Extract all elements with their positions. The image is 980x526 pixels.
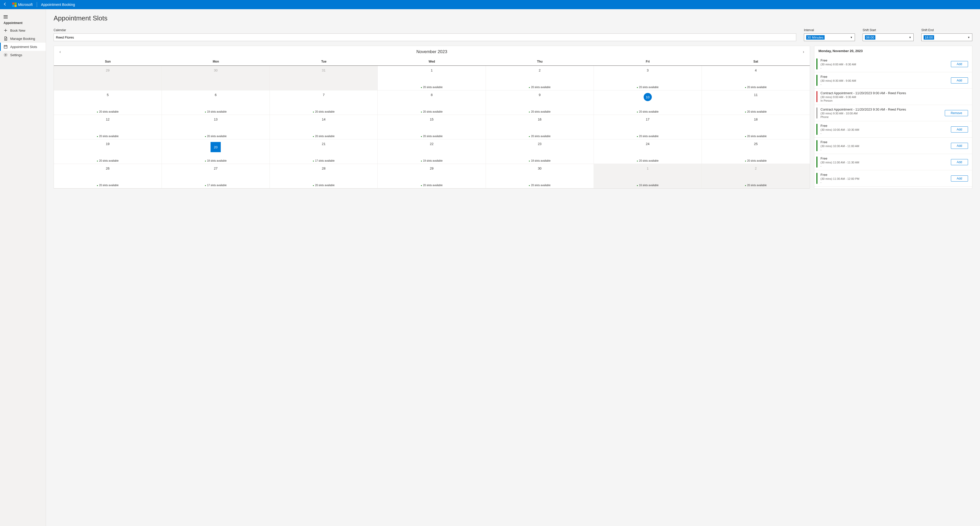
slot-title: Contract Appointment - 11/20/2023 9:30 A… <box>821 107 942 112</box>
calendar-availability: 20 slots available <box>54 159 162 162</box>
calendar-day-cell[interactable]: 2520 slots available <box>702 139 810 164</box>
slot-time: (30 mins) 11:00 AM - 11:30 AM <box>821 161 948 164</box>
calendar-dow-cell: Thu <box>486 58 594 65</box>
calendar-day-number: 19 <box>55 142 161 146</box>
calendar-availability: 20 slots available <box>594 110 702 113</box>
slot-status-bar <box>816 107 818 118</box>
calendar-day-cell[interactable]: 820 slots available <box>378 90 486 115</box>
calendar-day-cell[interactable]: 3020 slots available <box>486 164 594 188</box>
calendar-day-cell[interactable]: 29 <box>54 66 162 90</box>
slot-row: Free(30 mins) 11:00 AM - 11:30 AM-Add <box>815 154 972 170</box>
calendar-day-cell[interactable]: 2920 slots available <box>378 164 486 188</box>
calendar-day-number: 1 <box>595 166 700 170</box>
brand-text: Microsoft <box>18 3 33 6</box>
calendar-day-cell[interactable]: 1320 slots available <box>162 115 270 139</box>
calendar-day-cell[interactable]: 2318 slots available <box>486 139 594 164</box>
calendar-day-number: 27 <box>163 166 269 170</box>
calendar-availability: 20 slots available <box>54 135 162 138</box>
slot-add-button[interactable]: Add <box>951 61 968 67</box>
slot-info: Free(30 mins) 10:30 AM - 11:00 AM- <box>821 140 948 151</box>
slot-add-button[interactable]: Add <box>951 77 968 83</box>
slot-location: Phone <box>821 115 942 118</box>
sidebar-item-settings[interactable]: Settings <box>0 51 46 59</box>
calendar-day-cell[interactable]: 320 slots available <box>594 66 702 90</box>
calendar-day-cell[interactable]: 1120 slots available <box>702 90 810 115</box>
calendar-day-cell[interactable]: 2420 slots available <box>594 139 702 164</box>
calendar-day-cell[interactable]: 220 slots available <box>702 164 810 188</box>
calendar-availability: 20 slots available <box>378 110 485 113</box>
sidebar-item-appointment-slots[interactable]: Appointment Slots <box>0 43 46 51</box>
calendar-availability: 20 slots available <box>486 86 593 89</box>
calendar-day-number: 22 <box>379 142 484 146</box>
slot-remove-button[interactable]: Remove <box>945 110 968 116</box>
calendar-label: Calendar <box>54 28 796 32</box>
calendar-day-cell[interactable]: 1520 slots available <box>378 115 486 139</box>
doc-icon <box>3 37 8 41</box>
slot-time: (30 mins) 9:30 AM - 10:00 AM <box>821 112 942 115</box>
calendar-control: Calendar <box>54 28 796 41</box>
slot-info: Free(30 mins) 11:00 AM - 11:30 AM- <box>821 156 948 167</box>
shift-end-label: Shift End <box>921 28 972 32</box>
calendar-day-cell[interactable]: 2117 slots available <box>270 139 378 164</box>
calendar-panel: ‹ November 2023 › SunMonTueWedThuFriSat … <box>54 46 810 189</box>
calendar-availability: 20 slots available <box>378 135 485 138</box>
slot-add-button[interactable]: Add <box>951 126 968 132</box>
calendar-prev-button[interactable]: ‹ <box>57 48 63 55</box>
calendar-day-cell[interactable]: 1820 slots available <box>702 115 810 139</box>
calendar-availability: 20 slots available <box>162 135 269 138</box>
calendar-day-cell[interactable]: 619 slots available <box>162 90 270 115</box>
calendar-day-cell[interactable]: 1920 slots available <box>54 139 162 164</box>
calendar-day-cell[interactable]: 1620 slots available <box>486 115 594 139</box>
sidebar-item-manage-booking[interactable]: Manage Booking <box>0 35 46 43</box>
calendar-day-number: 2 <box>703 166 809 170</box>
calendar-day-number: 25 <box>703 142 809 146</box>
hamburger-icon <box>3 15 8 16</box>
calendar-availability: 17 slots available <box>162 184 269 186</box>
calendar-day-number: 2 <box>487 69 593 72</box>
calendar-day-number: 5 <box>55 93 161 97</box>
sidebar-item-book-new[interactable]: Book New <box>0 26 46 35</box>
slot-info: Free(30 mins) 8:30 AM - 9:00 AM- <box>821 75 948 86</box>
slot-status-bar <box>816 156 818 167</box>
slot-title: Free <box>821 173 948 177</box>
shift-end-select[interactable]: 18:00 ▼ <box>921 33 972 41</box>
calendar-day-number: 8 <box>379 93 484 97</box>
interval-select[interactable]: 30 Minutes ▼ <box>804 33 855 41</box>
calendar-next-button[interactable]: › <box>801 48 806 55</box>
calendar-day-cell[interactable]: 920 slots available <box>486 90 594 115</box>
calendar-day-cell[interactable]: 30 <box>162 66 270 90</box>
slots-list[interactable]: Free(30 mins) 8:00 AM - 8:30 AM-AddFree(… <box>815 56 972 188</box>
sidebar-item-label: Appointment Slots <box>10 45 37 49</box>
calendar-day-cell[interactable]: 420 slots available <box>702 66 810 90</box>
calendar-day-cell[interactable]: 520 slots available <box>54 90 162 115</box>
calendar-day-number: 6 <box>163 93 269 97</box>
calendar-day-number: 26 <box>55 166 161 170</box>
calendar-day-cell[interactable]: 31 <box>270 66 378 90</box>
calendar-day-cell[interactable]: 720 slots available <box>270 90 378 115</box>
back-button[interactable] <box>2 2 8 7</box>
calendar-day-cell[interactable]: 2820 slots available <box>270 164 378 188</box>
slot-add-button[interactable]: Add <box>951 143 968 149</box>
hamburger-button[interactable] <box>0 11 46 19</box>
calendar-day-cell[interactable]: 2717 slots available <box>162 164 270 188</box>
calendar-day-cell[interactable]: 2620 slots available <box>54 164 162 188</box>
calendar-day-cell[interactable]: 220 slots available <box>486 66 594 90</box>
slot-add-button[interactable]: Add <box>951 175 968 182</box>
calendar-day-cell[interactable]: 1420 slots available <box>270 115 378 139</box>
shift-start-select[interactable]: 08:00 ▼ <box>862 33 914 41</box>
calendar-day-cell[interactable]: 1020 slots available <box>594 90 702 115</box>
slot-row: Free(30 mins) 8:00 AM - 8:30 AM-Add <box>815 56 972 72</box>
calendar-day-cell[interactable]: 1220 slots available <box>54 115 162 139</box>
calendar-day-cell[interactable]: 116 slots available <box>594 164 702 188</box>
brand-logo: Microsoft <box>12 3 33 7</box>
calendar-dow-cell: Fri <box>594 58 702 65</box>
calendar-day-cell[interactable]: 120 slots available <box>378 66 486 90</box>
controls-row: Calendar Interval 30 Minutes ▼ Shift Sta… <box>54 28 972 41</box>
calendar-day-cell[interactable]: 2219 slots available <box>378 139 486 164</box>
calendar-day-cell[interactable]: 1720 slots available <box>594 115 702 139</box>
calendar-day-cell[interactable]: 2018 slots available <box>162 139 270 164</box>
calendar-input[interactable] <box>54 33 796 41</box>
calendar-icon <box>3 45 8 49</box>
slot-add-button[interactable]: Add <box>951 159 968 165</box>
slot-time: (30 mins) 10:30 AM - 11:00 AM <box>821 145 948 148</box>
